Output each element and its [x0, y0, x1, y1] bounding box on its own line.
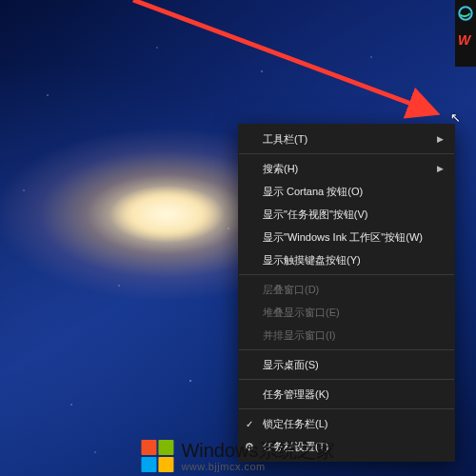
menu-show-windows-ink[interactable]: 显示"Windows Ink 工作区"按钮(W): [238, 226, 455, 248]
menu-lock-taskbar[interactable]: ✓ 锁定任务栏(L): [238, 412, 455, 435]
menu-label: 显示触摸键盘按钮(Y): [263, 253, 361, 268]
desktop-wallpaper: W ↖ 工具栏(T) ▶ 搜索(H) ▶ 显示 Cortana 按钮(O) 显示…: [0, 0, 476, 476]
windows-logo-icon: [141, 440, 173, 472]
menu-label: 工具栏(T): [263, 132, 307, 147]
check-icon: ✓: [246, 419, 253, 429]
watermark: Windows系统之家 www.bjjmcx.com: [141, 440, 334, 472]
menu-separator: [239, 408, 454, 409]
menu-label: 任务管理器(K): [263, 387, 329, 402]
menu-show-task-view[interactable]: 显示"任务视图"按钮(V): [238, 203, 455, 226]
menu-label: 显示"任务视图"按钮(V): [263, 208, 367, 222]
menu-task-manager[interactable]: 任务管理器(K): [238, 383, 455, 406]
submenu-arrow-icon: ▶: [437, 134, 444, 144]
menu-label: 显示桌面(S): [263, 358, 319, 372]
menu-label: 锁定任务栏(L): [263, 417, 327, 431]
menu-stack-windows: 堆叠显示窗口(E): [238, 301, 455, 324]
watermark-title: Windows系统之家: [181, 440, 334, 461]
menu-label: 显示 Cortana 按钮(O): [263, 185, 363, 199]
menu-label: 层叠窗口(D): [263, 283, 319, 297]
menu-show-desktop[interactable]: 显示桌面(S): [238, 353, 455, 376]
menu-toolbars[interactable]: 工具栏(T) ▶: [238, 128, 455, 150]
taskbar-right-strip: W: [455, 0, 476, 67]
menu-label: 并排显示窗口(I): [263, 328, 335, 343]
mouse-cursor: ↖: [450, 110, 461, 125]
wps-office-icon[interactable]: W: [458, 32, 473, 48]
menu-separator: [239, 349, 454, 350]
menu-label: 显示"Windows Ink 工作区"按钮(W): [263, 230, 423, 245]
menu-separator: [239, 379, 454, 380]
menu-side-by-side-windows: 并排显示窗口(I): [238, 324, 455, 347]
menu-separator: [239, 274, 454, 275]
menu-label: 搜索(H): [263, 162, 298, 176]
menu-show-cortana[interactable]: 显示 Cortana 按钮(O): [238, 180, 455, 203]
submenu-arrow-icon: ▶: [437, 164, 444, 173]
edge-browser-icon[interactable]: [458, 6, 473, 25]
menu-search[interactable]: 搜索(H) ▶: [238, 157, 455, 180]
menu-cascade-windows: 层叠窗口(D): [238, 278, 455, 301]
menu-separator: [239, 153, 454, 154]
menu-show-touch-keyboard[interactable]: 显示触摸键盘按钮(Y): [238, 248, 455, 271]
menu-label: 堆叠显示窗口(E): [263, 306, 340, 320]
watermark-url: www.bjjmcx.com: [181, 461, 334, 472]
taskbar-context-menu: 工具栏(T) ▶ 搜索(H) ▶ 显示 Cortana 按钮(O) 显示"任务视…: [238, 124, 455, 462]
svg-line-1: [133, 0, 434, 112]
